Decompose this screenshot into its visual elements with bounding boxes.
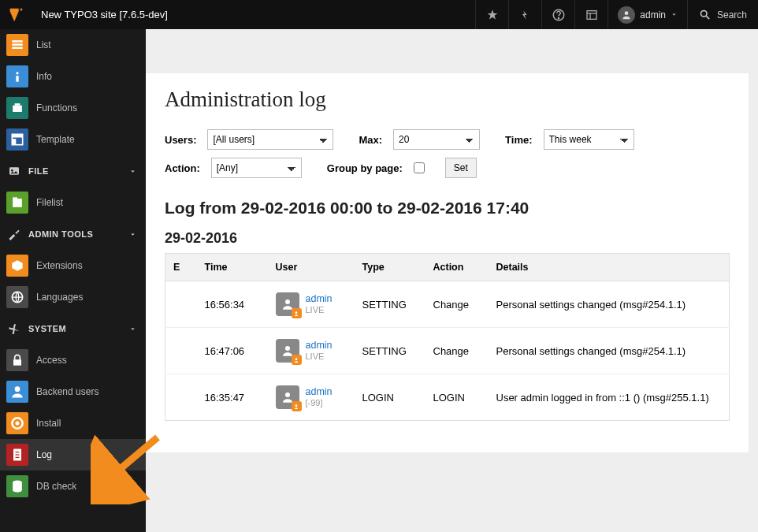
svg-point-11 bbox=[16, 72, 18, 74]
chevron-down-icon bbox=[129, 168, 136, 175]
cell-type: LOGIN bbox=[355, 374, 425, 421]
chevron-down-icon bbox=[129, 231, 136, 238]
sidebar-item-label: List bbox=[36, 39, 51, 50]
cell-time: 16:56:34 bbox=[197, 281, 268, 328]
sidebar-item-label: Access bbox=[36, 355, 67, 366]
log-range-heading: Log from 29-02-2016 00:00 to 29-02-2016 … bbox=[165, 199, 730, 218]
module-icon bbox=[6, 381, 28, 403]
module-icon bbox=[6, 192, 28, 214]
svg-point-26 bbox=[16, 422, 20, 426]
sidebar-item-log[interactable]: Log bbox=[0, 439, 146, 471]
sidebar-group-admin-tools[interactable]: ADMIN TOOLS bbox=[0, 218, 146, 250]
sidebar-item-install[interactable]: Install bbox=[0, 407, 146, 439]
sidebar-item-extensions[interactable]: Extensions bbox=[0, 250, 146, 281]
sidebar-item-label: Extensions bbox=[36, 260, 83, 271]
set-button[interactable]: Set bbox=[445, 158, 477, 178]
cell-type: SETTING bbox=[355, 328, 425, 374]
sidebar-item-functions[interactable]: Functions bbox=[0, 92, 146, 124]
table-row: 16:35:47admin[-99]LOGINLOGINUser admin l… bbox=[165, 374, 730, 421]
typo3-logo[interactable] bbox=[0, 0, 32, 29]
sidebar-item-label: Log bbox=[36, 449, 52, 460]
filter-group-label: Group by page: bbox=[327, 162, 403, 174]
svg-point-6 bbox=[700, 11, 707, 17]
cell-user-workspace: [-99] bbox=[306, 398, 333, 408]
svg-rect-16 bbox=[12, 134, 22, 137]
module-icon bbox=[6, 255, 28, 277]
cell-time: 16:47:06 bbox=[197, 328, 268, 374]
svg-rect-10 bbox=[12, 47, 22, 50]
sidebar-item-backend-users[interactable]: Backend users bbox=[0, 376, 146, 407]
search-bar[interactable]: Search bbox=[687, 0, 758, 29]
svg-rect-9 bbox=[12, 43, 22, 46]
cell-user-name[interactable]: admin bbox=[306, 386, 333, 398]
sidebar-item-access[interactable]: Access bbox=[0, 344, 146, 376]
svg-rect-23 bbox=[13, 359, 21, 366]
content-area: Administration log Users: [All users] Ma… bbox=[146, 29, 758, 532]
sidebar-item-template[interactable]: Template bbox=[0, 124, 146, 155]
filter-action-label: Action: bbox=[165, 162, 200, 174]
col-type: Type bbox=[355, 254, 425, 281]
svg-rect-12 bbox=[16, 76, 18, 82]
sidebar-group-file[interactable]: FILE bbox=[0, 155, 146, 187]
help-icon[interactable] bbox=[541, 0, 574, 29]
application-icon[interactable] bbox=[574, 0, 608, 29]
svg-rect-14 bbox=[15, 103, 20, 106]
svg-rect-21 bbox=[13, 197, 17, 199]
svg-point-32 bbox=[285, 299, 290, 304]
module-icon bbox=[6, 412, 28, 434]
page-title: Administration log bbox=[165, 87, 730, 112]
cell-user-name[interactable]: admin bbox=[306, 340, 333, 352]
module-icon bbox=[6, 444, 28, 466]
svg-point-35 bbox=[295, 358, 298, 360]
col-action: Action bbox=[425, 254, 489, 281]
log-date-heading: 29-02-2016 bbox=[165, 230, 730, 247]
col-e: E bbox=[165, 254, 197, 281]
filter-max-select[interactable]: 20 bbox=[393, 129, 480, 150]
sidebar-item-label: Functions bbox=[36, 102, 77, 113]
cache-icon[interactable] bbox=[508, 0, 541, 29]
module-icon bbox=[6, 34, 28, 56]
bookmark-icon[interactable] bbox=[475, 0, 508, 29]
filter-action-select[interactable]: [Any] bbox=[211, 158, 302, 178]
module-icon bbox=[6, 475, 28, 497]
sidebar-item-list[interactable]: List bbox=[0, 29, 146, 61]
sidebar-item-languages[interactable]: Languages bbox=[0, 281, 146, 313]
filter-row-2: Action: [Any] Group by page: Set bbox=[165, 158, 730, 178]
sidebar-group-system[interactable]: SYSTEM bbox=[0, 313, 146, 344]
svg-point-36 bbox=[285, 392, 290, 397]
cell-action: Change bbox=[425, 281, 489, 328]
sidebar-item-label: Template bbox=[36, 134, 75, 145]
svg-point-34 bbox=[285, 346, 290, 351]
user-avatar-icon bbox=[276, 339, 299, 363]
sidebar-item-db-check[interactable]: DB check bbox=[0, 471, 146, 502]
filter-group-checkbox[interactable] bbox=[414, 162, 425, 173]
cell-details: User admin logged in from ::1 () (msg#25… bbox=[489, 374, 730, 421]
search-label: Search bbox=[717, 9, 747, 20]
avatar-icon bbox=[618, 6, 635, 24]
sidebar-item-info[interactable]: Info bbox=[0, 61, 146, 92]
user-avatar-icon bbox=[276, 385, 299, 409]
cell-action: Change bbox=[425, 328, 489, 374]
user-avatar-icon bbox=[276, 292, 299, 316]
filter-max-label: Max: bbox=[359, 134, 382, 146]
svg-point-37 bbox=[295, 404, 298, 407]
module-icon bbox=[6, 97, 28, 119]
svg-point-1 bbox=[558, 17, 559, 18]
user-label: admin bbox=[640, 9, 666, 20]
svg-rect-13 bbox=[13, 106, 22, 112]
chevron-down-icon bbox=[129, 326, 136, 333]
sidebar-item-label: Install bbox=[36, 418, 61, 429]
sidebar-item-label: DB check bbox=[36, 481, 76, 492]
filter-users-select[interactable]: [All users] bbox=[207, 129, 333, 150]
svg-line-7 bbox=[706, 16, 709, 19]
filter-time-select[interactable]: This week bbox=[544, 129, 634, 150]
sidebar-item-filelist[interactable]: Filelist bbox=[0, 187, 146, 218]
module-icon bbox=[6, 65, 28, 87]
chevron-down-icon bbox=[671, 11, 678, 18]
user-menu[interactable]: admin bbox=[608, 0, 687, 29]
col-user: User bbox=[268, 254, 355, 281]
cell-user-name[interactable]: admin bbox=[306, 293, 333, 305]
filter-time-label: Time: bbox=[505, 134, 532, 146]
col-details: Details bbox=[489, 254, 730, 281]
cell-action: LOGIN bbox=[425, 374, 489, 421]
